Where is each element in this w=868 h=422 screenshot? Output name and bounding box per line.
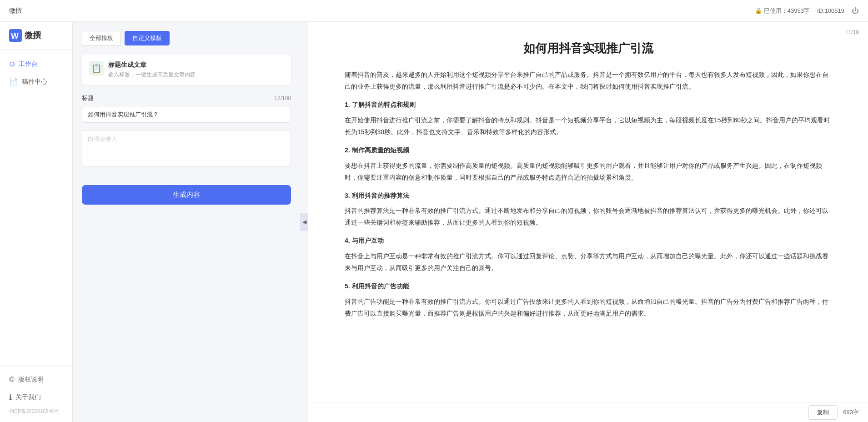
logo-text: 微撰 xyxy=(25,30,41,41)
main-layout: W 微撰 ⊙ 工作台 📄 稿件中心 © 版权说明 ℹ 关于我们 xyxy=(0,22,868,422)
section-2-title: 2. 制作高质量的短视频 xyxy=(345,145,832,156)
usage-icon: 🔒 xyxy=(755,7,762,14)
usage-text: 已使用：43953字 xyxy=(764,7,810,15)
section-1-text: 在开始使用抖音进行推广引流之前，你需要了解抖音的特点和规则。抖音是一个短视频分享… xyxy=(345,115,832,138)
topbar: 微撰 🔒 已使用：43953字 ID:100519 ⏻ xyxy=(0,0,868,22)
section-2-text: 要想在抖音上获得更多的流量，你需要制作高质量的短视频。高质量的短视频能够吸引更多… xyxy=(345,160,832,184)
sidebar-about-label: 关于我们 xyxy=(15,393,41,402)
form-title-section: 标题 12/100 xyxy=(82,94,291,123)
section-1-title: 1. 了解抖音的特点和规则 xyxy=(345,99,832,111)
sidebar-drafts-label: 稿件中心 xyxy=(22,78,47,86)
section-4-text: 在抖音上与用户互动是一种非常有效的推广引流方式。你可以通过回复评论、点赞、分享等… xyxy=(345,251,832,274)
title-input[interactable] xyxy=(82,106,291,123)
form-placeholder-area: 白请空录入 xyxy=(82,130,291,166)
logo-icon: W xyxy=(9,29,22,42)
about-icon: ℹ xyxy=(9,393,12,402)
content-footer: 复制 693字 xyxy=(308,402,868,422)
sidebar-workbench-label: 工作台 xyxy=(19,60,38,68)
template-card[interactable]: 📋 标题生成文章 输入标题，一键生成高质量文章内容 xyxy=(82,55,291,85)
sidebar-item-workbench[interactable]: ⊙ 工作台 xyxy=(0,55,72,73)
svg-text:W: W xyxy=(11,31,19,40)
drafts-icon: 📄 xyxy=(9,77,18,86)
icp-text: ©ICP备2022016846号 xyxy=(0,406,72,417)
tab-custom-templates[interactable]: 自定义模板 xyxy=(125,31,170,45)
usage-display: 🔒 已使用：43953字 xyxy=(755,7,810,15)
template-info: 标题生成文章 输入标题，一键生成高质量文章内容 xyxy=(108,61,196,79)
article-title: 如何用抖音实现推广引流 xyxy=(345,40,832,56)
sidebar-item-copyright[interactable]: © 版权说明 xyxy=(0,371,72,388)
sidebar-item-drafts[interactable]: 📄 稿件中心 xyxy=(0,73,72,90)
generate-button[interactable]: 生成内容 xyxy=(82,185,291,205)
topbar-title: 微撰 xyxy=(9,7,22,15)
section-3-title: 3. 利用抖音的推荐算法 xyxy=(345,190,832,202)
logout-icon[interactable]: ⏻ xyxy=(852,7,859,15)
title-label: 标题 xyxy=(82,94,94,102)
sidebar-item-about[interactable]: ℹ 关于我们 xyxy=(0,388,72,406)
topbar-right: 🔒 已使用：43953字 ID:100519 ⏻ xyxy=(755,7,859,15)
content-area: 11/19 如何用抖音实现推广引流 随着抖音的普及，越来越多的人开始利用这个短视… xyxy=(308,22,868,402)
page-counter: 11/19 xyxy=(845,29,859,35)
left-panel: 全部模板 自定义模板 📋 标题生成文章 输入标题，一键生成高质量文章内容 标题 … xyxy=(73,22,300,422)
divider xyxy=(82,174,291,174)
logo-area: W 微撰 xyxy=(0,22,72,50)
section-4-title: 4. 与用户互动 xyxy=(345,235,832,247)
placeholder-text: 白请空录入 xyxy=(88,136,117,142)
right-panel: 11/19 如何用抖音实现推广引流 随着抖音的普及，越来越多的人开始利用这个短视… xyxy=(308,22,868,422)
sidebar-copyright-label: 版权说明 xyxy=(18,376,44,384)
form-label-row: 标题 12/100 xyxy=(82,94,291,102)
section-3-text: 抖音的推荐算法是一种非常有效的推广引流方式。通过不断地发布和分享自己的短视频，你… xyxy=(345,205,832,229)
tab-row: 全部模板 自定义模板 xyxy=(82,31,291,45)
copyright-icon: © xyxy=(9,376,15,384)
collapse-toggle[interactable]: ◀ xyxy=(300,213,308,231)
tab-all-templates[interactable]: 全部模板 xyxy=(82,31,121,45)
workbench-icon: ⊙ xyxy=(9,60,15,68)
title-count: 12/100 xyxy=(274,95,291,101)
intro-paragraph: 随着抖音的普及，越来越多的人开始利用这个短视频分享平台来推广自己的产品或服务。抖… xyxy=(345,69,832,93)
section-5-text: 抖音的广告功能是一种非常有效的推广引流方式。你可以通过广告投放来让更多的人看到你… xyxy=(345,296,832,320)
user-id-text: ID:100519 xyxy=(817,7,844,14)
sidebar-nav: ⊙ 工作台 📄 稿件中心 xyxy=(0,50,72,365)
template-name: 标题生成文章 xyxy=(108,61,196,69)
copy-button[interactable]: 复制 xyxy=(808,405,838,420)
word-count: 693字 xyxy=(843,408,859,417)
article-body: 随着抖音的普及，越来越多的人开始利用这个短视频分享平台来推广自己的产品或服务。抖… xyxy=(345,69,832,319)
section-5-title: 5. 利用抖音的广告功能 xyxy=(345,281,832,292)
sidebar: W 微撰 ⊙ 工作台 📄 稿件中心 © 版权说明 ℹ 关于我们 xyxy=(0,22,73,422)
template-card-icon: 📋 xyxy=(89,61,104,75)
template-desc: 输入标题，一键生成高质量文章内容 xyxy=(108,71,196,79)
sidebar-bottom: © 版权说明 ℹ 关于我们 ©ICP备2022016846号 xyxy=(0,365,72,422)
